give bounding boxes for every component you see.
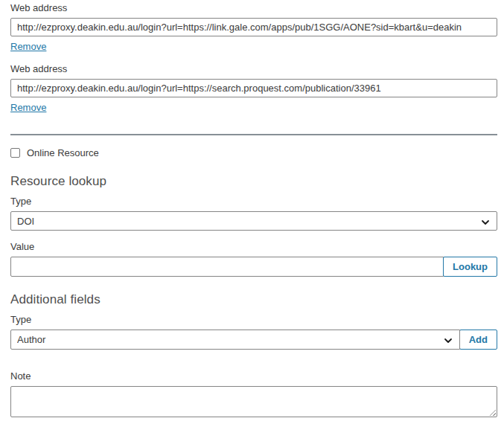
web-address-group-1: Web address Remove bbox=[10, 2, 497, 53]
online-resource-checkbox[interactable] bbox=[10, 148, 20, 158]
add-button[interactable]: Add bbox=[459, 330, 497, 350]
web-address-label: Web address bbox=[10, 2, 497, 13]
resource-form: Web address Remove Web address Remove On… bbox=[0, 0, 504, 421]
online-resource-row: Online Resource bbox=[10, 147, 497, 158]
note-textarea-wrap bbox=[10, 386, 497, 417]
lookup-type-label: Type bbox=[10, 196, 497, 207]
additional-type-select-wrap: Author bbox=[10, 330, 460, 350]
lookup-type-select[interactable]: DOI bbox=[10, 211, 497, 231]
web-address-input[interactable] bbox=[10, 79, 497, 97]
additional-type-label: Type bbox=[10, 314, 497, 325]
web-address-group-2: Web address Remove bbox=[10, 63, 497, 114]
lookup-value-input[interactable] bbox=[10, 257, 444, 277]
section-divider bbox=[10, 134, 497, 135]
additional-fields-heading: Additional fields bbox=[10, 292, 497, 307]
additional-type-group: Author Add bbox=[10, 330, 497, 350]
web-address-input[interactable] bbox=[10, 18, 497, 36]
additional-type-select[interactable]: Author bbox=[10, 330, 460, 350]
lookup-button[interactable]: Lookup bbox=[443, 257, 497, 277]
resource-lookup-heading: Resource lookup bbox=[10, 174, 497, 189]
note-label: Note bbox=[10, 370, 497, 382]
lookup-type-select-wrap: DOI bbox=[10, 211, 497, 231]
remove-link[interactable]: Remove bbox=[10, 41, 46, 52]
lookup-value-group: Lookup bbox=[10, 257, 497, 277]
note-textarea[interactable] bbox=[10, 386, 497, 417]
online-resource-label: Online Resource bbox=[27, 147, 99, 158]
web-address-label: Web address bbox=[10, 63, 497, 74]
remove-link[interactable]: Remove bbox=[10, 102, 46, 113]
lookup-value-label: Value bbox=[10, 241, 497, 252]
